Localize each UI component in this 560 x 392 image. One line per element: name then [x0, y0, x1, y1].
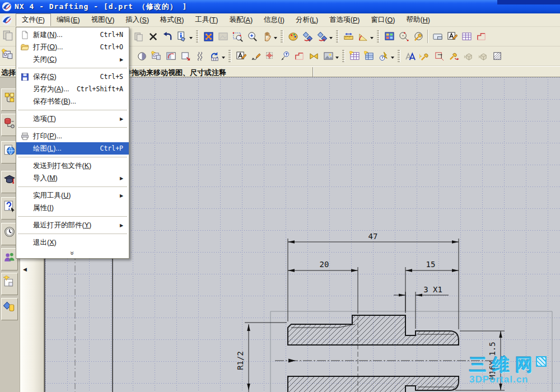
file-menu: 新建(N)...Ctrl+N 打开(O)...Ctrl+O 关闭(C)▶ 保存(… — [16, 27, 129, 259]
update-views-button[interactable] — [207, 49, 222, 63]
new-palette-button[interactable] — [1, 273, 18, 295]
menu-item-plot[interactable]: 绘图(L)...Ctrl+P — [16, 142, 129, 155]
menubar-item-file[interactable]: 文件(F) — [16, 13, 51, 26]
watermark: 三维网 3DPortal.cn — [469, 356, 547, 384]
crosshatch-button[interactable] — [490, 49, 505, 63]
information-button[interactable] — [175, 29, 189, 44]
toolbar-grip[interactable] — [342, 50, 345, 62]
dropdown-arrow-icon[interactable] — [391, 57, 394, 60]
toolbar-grip[interactable] — [281, 30, 283, 43]
dropdown-arrow-icon[interactable] — [222, 57, 225, 60]
menubar-item-format[interactable]: 格式(R) — [155, 13, 189, 26]
dropdown-arrow-icon[interactable] — [370, 37, 374, 41]
menubar-item-assemblies[interactable]: 装配(A) — [223, 13, 258, 26]
section-view-button[interactable] — [164, 49, 178, 63]
collapse-left-icon[interactable]: ◀ — [23, 267, 27, 272]
table-button[interactable] — [347, 49, 362, 63]
assembly-navigator-icon — [3, 91, 16, 104]
paste-button[interactable] — [131, 29, 146, 44]
menu-separator — [18, 110, 127, 110]
tabular-note-button[interactable] — [459, 29, 474, 44]
text-style-button[interactable] — [403, 49, 417, 63]
annotation-style-button[interactable] — [417, 49, 432, 63]
auto-balloon-button[interactable] — [376, 49, 391, 63]
annotation-editor-button[interactable] — [445, 29, 459, 44]
note-button[interactable] — [234, 49, 248, 63]
menubar-item-help[interactable]: 帮助(H) — [400, 13, 435, 26]
open-folder-icon — [16, 43, 33, 52]
delete-button[interactable] — [146, 29, 160, 44]
menu-item-save-as[interactable]: 另存为(A)...Ctrl+Shift+A — [16, 83, 129, 95]
svg-text:20: 20 — [320, 260, 329, 269]
toolbar-grip[interactable] — [377, 30, 380, 43]
window-title: NX 4 - Drafting - [d.prt （修改的） ] — [15, 2, 187, 12]
dropdown-arrow-icon[interactable] — [329, 37, 333, 41]
menubar-item-window[interactable]: 窗口(O) — [365, 13, 400, 26]
zoom-box-button[interactable] — [230, 29, 245, 44]
weld-symbol-button[interactable] — [306, 49, 321, 63]
image-button[interactable] — [321, 49, 335, 63]
menubar-item-tools[interactable]: 工具(T) — [189, 13, 223, 26]
toolbar-edge-icon — [2, 49, 14, 61]
menu-item-save-bookmark[interactable]: 保存书签(B)... — [16, 95, 129, 108]
view-layout-button[interactable] — [382, 29, 396, 44]
menubar-item-preferences[interactable]: 首选项(P) — [324, 13, 365, 26]
toolbar-grip[interactable] — [336, 30, 339, 43]
menubar-item-analysis[interactable]: 分析(L) — [290, 13, 324, 26]
display-mode-button[interactable] — [286, 29, 300, 44]
half-section-button[interactable] — [134, 49, 149, 63]
intersection-symbol-button[interactable] — [292, 49, 306, 63]
rotate-view-button[interactable] — [300, 29, 315, 44]
leader-dimension-button[interactable] — [248, 49, 263, 63]
orient-view-button[interactable] — [315, 29, 329, 44]
menu-item-close[interactable]: 关闭(C)▶ — [16, 53, 129, 66]
menu-expand-chevron[interactable]: » — [16, 249, 129, 257]
zoom-in-out-button[interactable] — [245, 29, 259, 44]
diameter-dimension-button[interactable] — [396, 29, 411, 44]
toolbar-grip[interactable] — [228, 50, 231, 62]
svg-text:47: 47 — [368, 232, 378, 241]
menubar-item-edit[interactable]: 编辑(E) — [51, 13, 86, 26]
undo-button[interactable] — [160, 29, 175, 44]
base-view-button[interactable] — [149, 49, 164, 63]
dropdown-arrow-icon[interactable] — [335, 57, 339, 60]
view-window-button[interactable] — [430, 29, 445, 44]
menu-item-send-package[interactable]: 发送到打包文件(K) — [16, 160, 129, 172]
parts-list-button[interactable] — [362, 49, 376, 63]
projected-view-button[interactable] — [178, 49, 193, 63]
menu-item-open[interactable]: 打开(O)...Ctrl+O — [16, 41, 129, 53]
menubar-item-insert[interactable]: 插入(S) — [120, 13, 155, 26]
save-icon — [16, 73, 33, 81]
id-symbol-button[interactable] — [277, 49, 292, 63]
submenu-arrow-icon: ▶ — [120, 57, 129, 62]
target-point-button[interactable] — [263, 49, 277, 63]
title-bar[interactable]: NX 4 - Drafting - [d.prt （修改的） ] — [0, 0, 560, 13]
break-view-button[interactable] — [193, 49, 207, 63]
menu-item-recent-parts[interactable]: 最近打开的部件(Y)▶ — [16, 219, 129, 231]
view-boundary-button[interactable] — [432, 49, 446, 63]
menu-item-save[interactable]: 保存(S)Ctrl+S — [16, 71, 129, 83]
dropdown-arrow-icon[interactable] — [189, 37, 193, 41]
pan-button[interactable] — [259, 29, 274, 44]
measure-distance-button[interactable] — [341, 29, 356, 44]
edit-dimension-button[interactable] — [411, 29, 426, 44]
dropdown-arrow-icon[interactable] — [274, 37, 277, 41]
menu-item-print[interactable]: 打印(P)... — [16, 130, 129, 142]
menu-item-properties[interactable]: 属性(I) — [16, 202, 129, 214]
drawing-frame-button[interactable] — [474, 29, 488, 44]
menu-separator — [18, 127, 127, 128]
menu-item-import[interactable]: 导入(M)▶ — [16, 172, 129, 184]
menu-item-options[interactable]: 选项(T)▶ — [16, 113, 129, 125]
nx-application-window: NX 4 - Drafting - [d.prt （修改的） ] 文件(F) 编… — [0, 0, 560, 392]
menu-item-new[interactable]: 新建(N)...Ctrl+N — [16, 29, 129, 41]
menu-item-exit[interactable]: 退出(X) — [16, 236, 129, 249]
toolbar-grip[interactable] — [196, 30, 199, 43]
menubar-item-view[interactable]: 视图(V) — [86, 13, 120, 26]
system-materials-button[interactable] — [1, 298, 18, 320]
edit-view-button[interactable] — [446, 49, 461, 63]
measure-angle-button[interactable] — [356, 29, 370, 44]
menu-item-utilities[interactable]: 实用工具(U)▶ — [16, 189, 129, 202]
toolbar-grip[interactable] — [398, 50, 400, 62]
fit-view-button[interactable] — [201, 29, 216, 44]
menubar-item-information[interactable]: 信息(I) — [258, 13, 290, 26]
